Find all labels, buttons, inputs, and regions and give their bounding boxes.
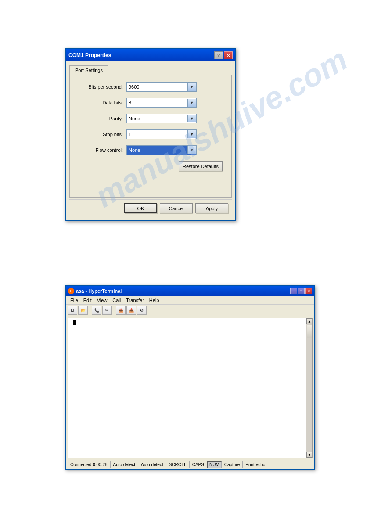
toolbar-new[interactable]: 🗋 bbox=[68, 306, 77, 315]
dialog-buttons: OK Cancel Apply bbox=[69, 199, 232, 217]
hyper-terminal-icon: H bbox=[68, 288, 74, 294]
stop-bits-wrapper: 1 1.5 2 bbox=[126, 129, 197, 139]
hyper-title-left: H aaa - HyperTerminal bbox=[68, 288, 122, 294]
parity-select[interactable]: None Even Odd Mark Space bbox=[126, 114, 197, 123]
toolbar-connect[interactable]: 📞 bbox=[92, 306, 101, 315]
menu-help[interactable]: Help bbox=[147, 297, 162, 303]
scroll-thumb[interactable] bbox=[307, 325, 312, 338]
flow-control-wrapper: None Xon / Xoff Hardware bbox=[126, 145, 197, 155]
status-num: NUM bbox=[207, 461, 222, 468]
status-scroll: SCROLL bbox=[166, 461, 190, 468]
stop-bits-label: Stop bits: bbox=[77, 132, 123, 137]
toolbar: 🗋 📂 📞 ✂ 📤 📥 ⚙ bbox=[66, 305, 314, 316]
flow-control-select[interactable]: None Xon / Xoff Hardware bbox=[126, 145, 197, 155]
parity-wrapper: None Even Odd Mark Space bbox=[126, 114, 197, 123]
data-bits-select[interactable]: 8 7 6 5 bbox=[126, 98, 197, 108]
flow-control-label: Flow control: bbox=[77, 147, 123, 153]
terminal-scrollbar[interactable]: ▲ ▼ bbox=[306, 318, 312, 458]
status-capture: Capture bbox=[222, 461, 243, 468]
toolbar-open[interactable]: 📂 bbox=[78, 306, 88, 315]
status-connected: Connected 0:00:28 bbox=[68, 461, 111, 468]
toolbar-separator-2 bbox=[114, 306, 114, 314]
status-auto-detect-2: Auto detect bbox=[138, 461, 166, 468]
bits-per-second-select[interactable]: 9600 19200 38400 115200 bbox=[126, 82, 197, 92]
dialog-title-buttons: ? ✕ bbox=[214, 51, 233, 59]
status-bar: Connected 0:00:28 Auto detect Auto detec… bbox=[66, 460, 314, 469]
parity-label: Parity: bbox=[77, 116, 123, 121]
toolbar-receive[interactable]: 📥 bbox=[126, 306, 136, 315]
toolbar-properties[interactable]: ⚙ bbox=[137, 306, 147, 315]
terminal-text: – bbox=[70, 320, 73, 325]
terminal-cursor bbox=[73, 320, 76, 325]
toolbar-separator-1 bbox=[90, 306, 90, 314]
menu-view[interactable]: View bbox=[94, 297, 110, 303]
tab-port-settings[interactable]: Port Settings bbox=[69, 65, 108, 75]
toolbar-disconnect[interactable]: ✂ bbox=[102, 306, 112, 315]
bits-per-second-label: Bits per second: bbox=[77, 84, 123, 90]
bits-per-second-group: Bits per second: 9600 19200 38400 115200 bbox=[77, 82, 224, 92]
flow-control-group: Flow control: None Xon / Xoff Hardware bbox=[77, 145, 224, 155]
data-bits-wrapper: 8 7 6 5 bbox=[126, 98, 197, 108]
help-button[interactable]: ? bbox=[214, 51, 223, 59]
window-close-button[interactable]: ✕ bbox=[305, 288, 312, 294]
menu-file[interactable]: File bbox=[68, 297, 81, 303]
dialog-body: Port Settings Bits per second: 9600 1920… bbox=[66, 61, 235, 220]
status-print-echo: Print echo bbox=[243, 461, 268, 468]
status-caps: CAPS bbox=[190, 461, 207, 468]
dialog-titlebar: COM1 Properties ? ✕ bbox=[66, 49, 235, 61]
apply-button[interactable]: Apply bbox=[195, 203, 228, 213]
tab-strip: Port Settings bbox=[69, 65, 232, 75]
ok-button[interactable]: OK bbox=[124, 203, 157, 213]
menu-bar: File Edit View Call Transfer Help bbox=[66, 296, 314, 305]
bits-per-second-wrapper: 9600 19200 38400 115200 bbox=[126, 82, 197, 92]
terminal-area[interactable]: – ▲ ▼ bbox=[68, 318, 313, 458]
hyper-title-text: aaa - HyperTerminal bbox=[76, 288, 122, 294]
hyper-title-buttons: _ □ ✕ bbox=[290, 288, 312, 294]
com1-properties-dialog: COM1 Properties ? ✕ Port Settings Bits p… bbox=[65, 48, 236, 221]
parity-group: Parity: None Even Odd Mark Space bbox=[77, 114, 224, 123]
menu-transfer[interactable]: Transfer bbox=[123, 297, 147, 303]
cancel-button[interactable]: Cancel bbox=[160, 203, 193, 213]
stop-bits-group: Stop bits: 1 1.5 2 bbox=[77, 129, 224, 139]
hyper-titlebar: H aaa - HyperTerminal _ □ ✕ bbox=[66, 286, 314, 296]
menu-edit[interactable]: Edit bbox=[81, 297, 94, 303]
menu-call[interactable]: Call bbox=[110, 297, 123, 303]
stop-bits-select[interactable]: 1 1.5 2 bbox=[126, 129, 197, 139]
status-auto-detect-1: Auto detect bbox=[111, 461, 139, 468]
data-bits-group: Data bits: 8 7 6 5 bbox=[77, 98, 224, 108]
data-bits-label: Data bits: bbox=[77, 100, 123, 105]
dialog-title: COM1 Properties bbox=[68, 52, 111, 58]
restore-defaults-button[interactable]: Restore Defaults bbox=[179, 161, 223, 171]
close-button[interactable]: ✕ bbox=[224, 51, 233, 59]
toolbar-send[interactable]: 📤 bbox=[116, 306, 126, 315]
restore-defaults-row: Restore Defaults bbox=[77, 161, 224, 171]
minimize-button[interactable]: _ bbox=[290, 288, 297, 294]
tab-content: Bits per second: 9600 19200 38400 115200… bbox=[69, 75, 232, 198]
hyper-terminal-window: H aaa - HyperTerminal _ □ ✕ File Edit Vi… bbox=[65, 285, 315, 470]
scroll-up-button[interactable]: ▲ bbox=[306, 318, 313, 324]
scroll-down-button[interactable]: ▼ bbox=[306, 452, 313, 458]
maximize-button[interactable]: □ bbox=[298, 288, 305, 294]
